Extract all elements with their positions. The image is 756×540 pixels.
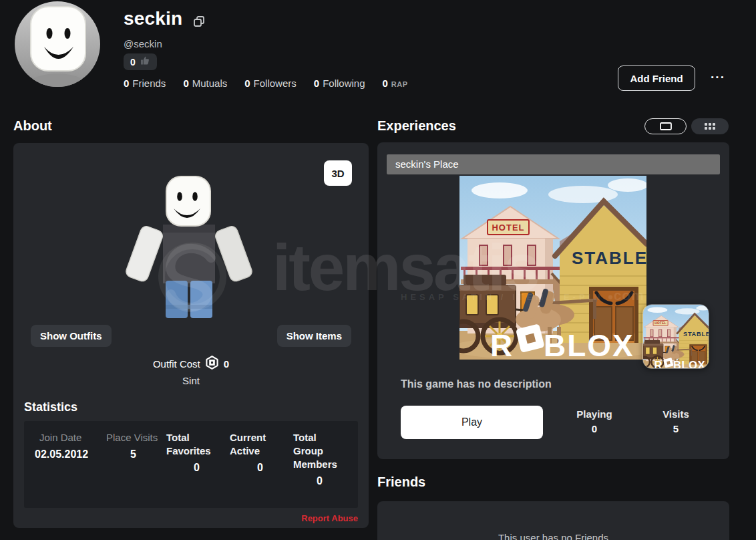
game-thumbnail[interactable]	[642, 304, 709, 369]
game-image	[459, 176, 646, 362]
play-button[interactable]: Play	[401, 406, 543, 439]
outfit-name: Sint	[13, 375, 369, 386]
stat-label: Following	[323, 78, 365, 89]
outfit-cost-value: 0	[224, 358, 229, 370]
avatar-full-body	[126, 172, 252, 323]
stat-column-group-members: Total Group Members 0	[292, 431, 347, 498]
carousel-view-button[interactable]	[644, 118, 687, 134]
stat-column-label: Total Favorites	[165, 431, 228, 458]
show-outfits-button[interactable]: Show Outfits	[31, 325, 112, 347]
profile-page: HOTEL	[0, 0, 756, 540]
visits-value: 5	[639, 423, 713, 434]
stat-value: 0	[124, 78, 129, 89]
stat-label: Followers	[254, 78, 297, 89]
statistics-table: Join Date 02.05.2012 Place Visits 5 Tota…	[24, 421, 358, 508]
about-heading: About	[13, 118, 52, 134]
stat-column-value: 5	[102, 448, 165, 460]
stat-column-place-visits: Place Visits 5	[102, 431, 165, 498]
playing-value: 0	[558, 423, 631, 434]
likes-badge[interactable]: 0	[124, 53, 157, 70]
visits-label: Visits	[639, 408, 713, 420]
user-handle: @seckin	[124, 38, 162, 49]
stat-column-value: 0	[292, 475, 347, 487]
stat-followers[interactable]: 0 Followers	[244, 78, 297, 89]
grid-view-button[interactable]	[691, 118, 729, 134]
robux-icon	[205, 356, 219, 372]
report-abuse-link[interactable]: Report Abuse	[301, 513, 358, 523]
page-title-username: seckin	[124, 8, 182, 29]
thumbs-up-icon	[140, 55, 150, 68]
stat-value: 0	[314, 78, 319, 89]
about-card: 3D Show Outfits Show Items Outfit Cost	[13, 143, 369, 528]
stat-column-label: Current Active	[228, 431, 292, 458]
friends-empty-text: This user has no Friends	[377, 532, 729, 540]
stat-label: RAP	[391, 80, 408, 88]
stat-value: 0	[183, 78, 188, 89]
visits-stat: Visits 5	[639, 408, 713, 434]
outfit-cost-label: Outfit Cost	[153, 358, 200, 370]
add-friend-button[interactable]: Add Friend	[618, 65, 695, 91]
stat-column-value: 0	[165, 462, 228, 474]
stat-column-join-date: Join Date 02.05.2012	[35, 431, 102, 498]
avatar-headshot	[15, 1, 100, 87]
copy-username-icon[interactable]	[192, 15, 206, 31]
game-title-bar: seckin's Place	[387, 154, 720, 174]
game-description: This game has no description	[401, 378, 552, 390]
carousel-icon	[660, 122, 672, 130]
outfit-cost-row: Outfit Cost 0	[13, 356, 369, 372]
stat-column-total-favorites: Total Favorites 0	[165, 431, 228, 498]
statistics-heading: Statistics	[24, 400, 77, 414]
stat-rap[interactable]: 0 RAP	[383, 78, 408, 89]
grid-icon	[705, 123, 715, 130]
stat-column-current-active: Current Active 0	[228, 431, 292, 498]
stat-column-value: 02.05.2012	[35, 448, 102, 460]
view-3d-button[interactable]: 3D	[324, 160, 352, 186]
stat-mutuals[interactable]: 0 Mutuals	[183, 78, 227, 89]
profile-stats-row: 0 Friends 0 Mutuals 0 Followers 0 Follow…	[124, 78, 408, 89]
playing-label: Playing	[558, 408, 631, 420]
stat-following[interactable]: 0 Following	[314, 78, 365, 89]
experiences-heading: Experiences	[377, 118, 456, 134]
friends-heading: Friends	[377, 475, 425, 490]
stat-value: 0	[383, 78, 388, 89]
friends-card: This user has no Friends	[377, 501, 729, 540]
stat-label: Friends	[132, 78, 166, 89]
stat-value: 0	[244, 78, 250, 89]
stat-label: Mutuals	[192, 78, 228, 89]
stat-column-label: Place Visits	[102, 431, 165, 444]
likes-count: 0	[130, 57, 136, 68]
playing-stat: Playing 0	[558, 408, 631, 434]
stat-friends[interactable]: 0 Friends	[124, 78, 166, 89]
experience-card: seckin's Place This game has no descript…	[377, 142, 729, 459]
avatar-head-image	[15, 1, 100, 87]
more-options-button[interactable]: ...	[707, 67, 729, 87]
stat-column-value: 0	[228, 462, 292, 474]
show-items-button[interactable]: Show Items	[277, 325, 351, 347]
stat-column-label: Total Group Members	[292, 431, 347, 471]
stat-column-label: Join Date	[35, 431, 102, 444]
